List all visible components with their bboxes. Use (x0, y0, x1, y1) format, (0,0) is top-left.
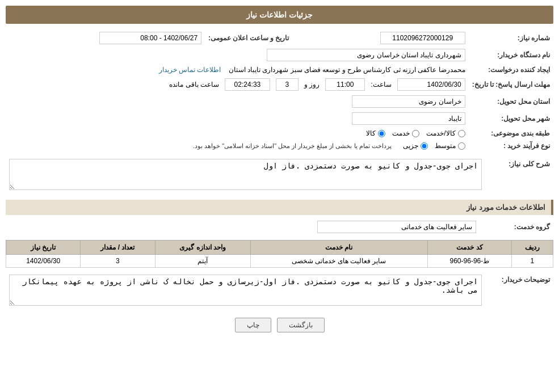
buyer-org-value: شهرداری تایباد استان خراسان رضوی (267, 49, 465, 61)
cell-service-code: ط-96-96-960 (427, 255, 511, 268)
category-label: طبقه بندی موضوعی: (469, 127, 553, 140)
group-value: سایر فعالیت های خدماتی (317, 221, 476, 233)
requester-value: محمدرضا عاکفی ارزنه ثی کارشناس طرح و توس… (229, 66, 465, 74)
table-row: 1 ط-96-96-960 سایر فعالیت های خدماتی شخص… (6, 255, 553, 268)
buyer-org-label: نام دستگاه خریدار: (469, 47, 553, 64)
button-row: بازگشت چاپ (6, 318, 553, 332)
need-number-label: شماره نیاز: (469, 29, 553, 47)
announce-datetime-value: 1402/06/27 - 08:00 (99, 32, 201, 44)
services-table: ردیف کد خدمت نام خدمت واحد اندازه گیری ت… (6, 240, 553, 268)
col-service-name: نام خدمت (250, 241, 427, 255)
buyer-description-textarea[interactable] (9, 275, 482, 306)
remaining-label: ساعت باقی مانده (169, 81, 219, 88)
need-description-label: شرح کلی نیاز: (485, 157, 553, 194)
category-option-kala[interactable]: کالا (366, 129, 385, 137)
cell-service-name: سایر فعالیت های خدماتی شخصی (250, 255, 427, 268)
services-section-header: اطلاعات خدمات مورد نیاز (6, 200, 553, 215)
page-title: جزئیات اطلاعات نیاز (6, 6, 553, 24)
purchase-option-partial[interactable]: جزیی (403, 142, 428, 150)
cell-quantity: 3 (81, 255, 155, 268)
purchase-option-medium[interactable]: متوسط (435, 142, 465, 150)
city-label: شهر محل تحویل: (469, 110, 553, 127)
col-service-code: کد خدمت (427, 241, 511, 255)
remaining-time: 02:24:33 (225, 78, 270, 91)
purchase-type-label: نوع فرآیند خرید : (469, 140, 553, 152)
need-number-value: 1102096272000129 (380, 32, 465, 44)
col-unit: واحد اندازه گیری (155, 241, 250, 255)
print-button[interactable]: چاپ (235, 318, 271, 332)
category-option-kala-khedmat[interactable]: کالا/خدمت (426, 129, 465, 137)
col-need-date: تاریخ نیاز (6, 241, 81, 255)
purchase-type-radio-group: متوسط جزیی (403, 142, 465, 150)
response-deadline-label: مهلت ارسال پاسخ: تا تاریخ: (469, 76, 553, 93)
requester-label: ایجاد کننده درخواست: (469, 64, 553, 76)
response-time-label: ساعت: (371, 81, 391, 88)
response-date-value: 1402/06/30 (397, 78, 465, 91)
category-radio-group: کالا/خدمت خدمت کالا (9, 129, 465, 137)
need-description-textarea[interactable] (9, 159, 482, 190)
cell-rownum: 1 (511, 255, 553, 268)
buyer-description-label: توضیحات خریدار: (485, 272, 553, 310)
col-quantity: تعداد / مقدار (81, 241, 155, 255)
col-rownum: ردیف (511, 241, 553, 255)
province-value: خراسان رضوی (352, 95, 465, 108)
days-label: روز و (304, 81, 320, 88)
cell-need-date: 1402/06/30 (6, 255, 81, 268)
province-label: استان محل تحویل: (469, 93, 553, 110)
cell-unit: آیتم (155, 255, 250, 268)
response-time-value: 11:00 (325, 78, 365, 91)
purchase-notice: پرداخت تمام یا بخشی از مبلغ خریدار از مح… (193, 142, 392, 150)
city-value: تایباد (352, 112, 465, 125)
announce-datetime-label: تاریخ و ساعت اعلان عمومی: (205, 29, 300, 47)
contact-link[interactable]: اطلاعات تماس خریدار (159, 66, 221, 74)
days-value: 3 (276, 78, 299, 91)
category-option-khedmat[interactable]: خدمت (392, 129, 419, 137)
group-label: گروه خدمت: (480, 218, 553, 235)
back-button[interactable]: بازگشت (277, 318, 325, 332)
